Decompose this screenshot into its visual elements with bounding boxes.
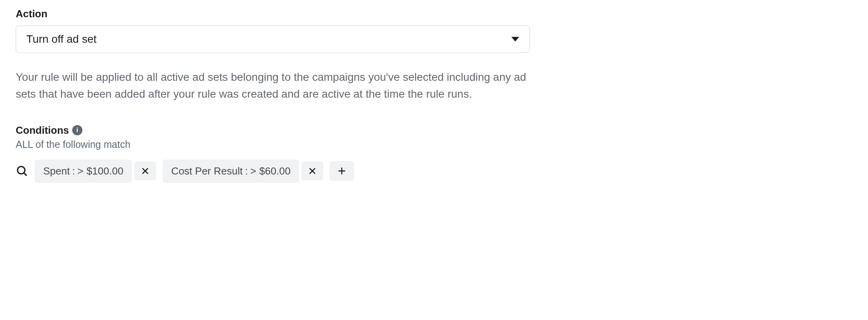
condition-operator: > [250,165,256,177]
close-icon [308,166,317,176]
chevron-down-icon [511,37,519,42]
condition-remove-button[interactable] [134,162,156,180]
svg-point-0 [18,167,25,174]
condition-operator: > [77,165,83,177]
info-icon[interactable]: i [72,125,82,135]
condition-remove-button[interactable] [301,162,323,180]
conditions-row: Spent: > $100.00 Cost Per Result: > $60.… [16,160,852,183]
conditions-header: Conditions i [16,124,852,136]
condition-value: $60.00 [259,165,291,177]
action-dropdown[interactable]: Turn off ad set [16,25,530,53]
action-label: Action [16,8,852,20]
condition-chip[interactable]: Cost Per Result: > $60.00 [162,160,299,183]
conditions-subtitle: ALL of the following match [16,139,852,150]
condition-chip[interactable]: Spent: > $100.00 [35,160,132,183]
action-description: Your rule will be applied to all active … [16,69,530,103]
condition-value: $100.00 [86,165,123,177]
svg-line-1 [24,173,27,176]
conditions-section: Conditions i ALL of the following match … [16,124,852,183]
add-condition-button[interactable] [330,161,354,181]
condition-metric: Cost Per Result [171,165,243,177]
action-dropdown-value: Turn off ad set [26,33,97,45]
conditions-label: Conditions [16,124,69,136]
condition-metric: Spent [43,165,70,177]
search-icon[interactable] [16,165,28,177]
action-section: Action Turn off ad set Your rule will be… [16,8,852,103]
plus-icon [337,166,347,176]
close-icon [140,166,150,176]
